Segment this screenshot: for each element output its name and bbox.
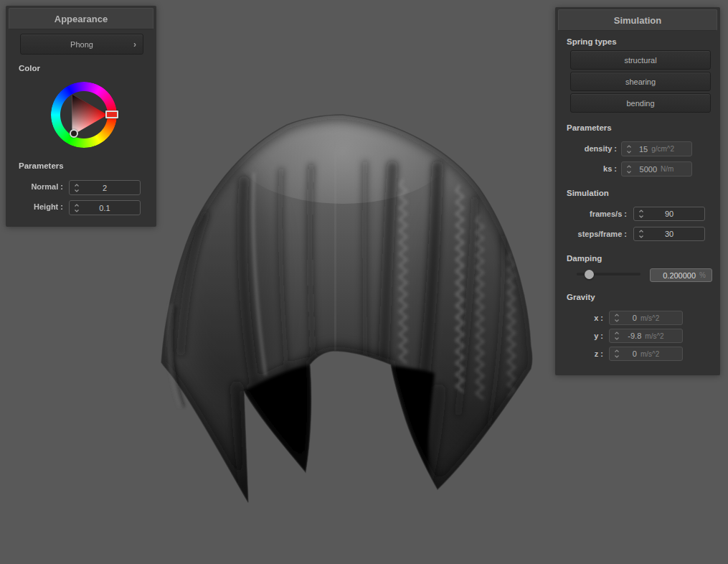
density-spinbox[interactable]: 15 g/cm^2 bbox=[621, 141, 692, 156]
gravity-y-value: -9.8 bbox=[628, 332, 641, 340]
gravity-y-unit: m/s^2 bbox=[645, 332, 663, 340]
height-label: Height : bbox=[13, 200, 63, 214]
hue-ring-marker[interactable] bbox=[105, 111, 118, 118]
height-value: 0.1 bbox=[99, 204, 110, 212]
shader-dropdown-value: Phong bbox=[70, 40, 93, 49]
gravity-y-spinbox[interactable]: -9.8 m/s^2 bbox=[609, 329, 683, 343]
gravity-z-spinbox[interactable]: 0 m/s^2 bbox=[609, 347, 683, 361]
density-unit: g/cm^2 bbox=[651, 145, 674, 153]
structural-button[interactable]: structural bbox=[570, 50, 711, 70]
steps-spinbox[interactable]: 30 bbox=[633, 227, 705, 241]
normal-value: 2 bbox=[103, 184, 107, 192]
ks-label: ks : bbox=[559, 161, 617, 177]
frames-label: frames/s : bbox=[562, 207, 627, 221]
application-window: Appearance Phong › Color bbox=[0, 0, 728, 564]
spinner-arrows-icon[interactable] bbox=[74, 203, 80, 213]
steps-label: steps/frame : bbox=[562, 227, 627, 241]
spinner-arrows-icon[interactable] bbox=[74, 183, 80, 193]
appearance-panel: Appearance Phong › Color bbox=[6, 6, 156, 227]
bending-button-label: bending bbox=[626, 99, 654, 108]
height-spinbox[interactable]: 0.1 bbox=[69, 200, 141, 215]
damping-value-box: 0.200000 % bbox=[650, 268, 712, 282]
gravity-z-label: z : bbox=[569, 347, 603, 361]
steps-value: 30 bbox=[665, 230, 673, 238]
gravity-z-unit: m/s^2 bbox=[640, 350, 659, 358]
spinner-arrows-icon[interactable] bbox=[614, 331, 620, 341]
color-wheel[interactable] bbox=[51, 82, 117, 148]
appearance-parameters-label: Parameters bbox=[19, 161, 64, 170]
normal-label: Normal : bbox=[13, 180, 63, 194]
spinner-arrows-icon[interactable] bbox=[638, 209, 644, 219]
density-value: 15 bbox=[639, 145, 648, 154]
ks-value: 5000 bbox=[640, 165, 657, 174]
gravity-z-value: 0 bbox=[633, 349, 637, 358]
frames-value: 90 bbox=[665, 210, 673, 218]
spring-types-label: Spring types bbox=[567, 37, 617, 46]
shearing-button-label: shearing bbox=[625, 77, 656, 86]
damping-value: 0.200000 bbox=[663, 271, 696, 280]
spinner-arrows-icon[interactable] bbox=[626, 144, 632, 154]
sv-triangle-marker[interactable] bbox=[70, 129, 78, 138]
damping-unit: % bbox=[699, 271, 706, 279]
appearance-panel-header: Appearance bbox=[9, 8, 153, 29]
bending-button[interactable]: bending bbox=[570, 93, 711, 113]
spinner-arrows-icon[interactable] bbox=[638, 229, 644, 239]
frames-spinbox[interactable]: 90 bbox=[633, 207, 705, 221]
sim-simulation-label: Simulation bbox=[567, 189, 609, 197]
structural-button-label: structural bbox=[624, 56, 656, 65]
gravity-x-spinbox[interactable]: 0 m/s^2 bbox=[609, 311, 683, 325]
simulation-panel-title: Simulation bbox=[614, 15, 661, 26]
ks-spinbox[interactable]: 5000 N/m bbox=[621, 161, 692, 177]
gravity-label: Gravity bbox=[567, 293, 595, 301]
gravity-x-label: x : bbox=[569, 311, 603, 325]
gravity-x-unit: m/s^2 bbox=[640, 314, 659, 322]
shader-dropdown[interactable]: Phong › bbox=[20, 34, 143, 55]
appearance-panel-title: Appearance bbox=[55, 14, 108, 24]
spinner-arrows-icon[interactable] bbox=[626, 164, 632, 174]
gravity-y-label: y : bbox=[569, 329, 603, 343]
density-label: density : bbox=[559, 141, 617, 156]
color-section-label: Color bbox=[19, 64, 40, 72]
gravity-x-value: 0 bbox=[633, 314, 637, 322]
normal-spinbox[interactable]: 2 bbox=[69, 180, 141, 195]
ks-unit: N/m bbox=[661, 165, 673, 173]
shearing-button[interactable]: shearing bbox=[570, 72, 711, 91]
spinner-arrows-icon[interactable] bbox=[614, 349, 620, 359]
chevron-right-icon: › bbox=[133, 39, 136, 49]
damping-slider-handle[interactable] bbox=[585, 270, 594, 279]
sim-parameters-label: Parameters bbox=[567, 123, 612, 132]
simulation-panel-header: Simulation bbox=[558, 9, 717, 31]
spinner-arrows-icon[interactable] bbox=[614, 313, 620, 323]
simulation-panel: Simulation Spring types structural shear… bbox=[555, 7, 720, 375]
damping-label: Damping bbox=[567, 254, 602, 263]
